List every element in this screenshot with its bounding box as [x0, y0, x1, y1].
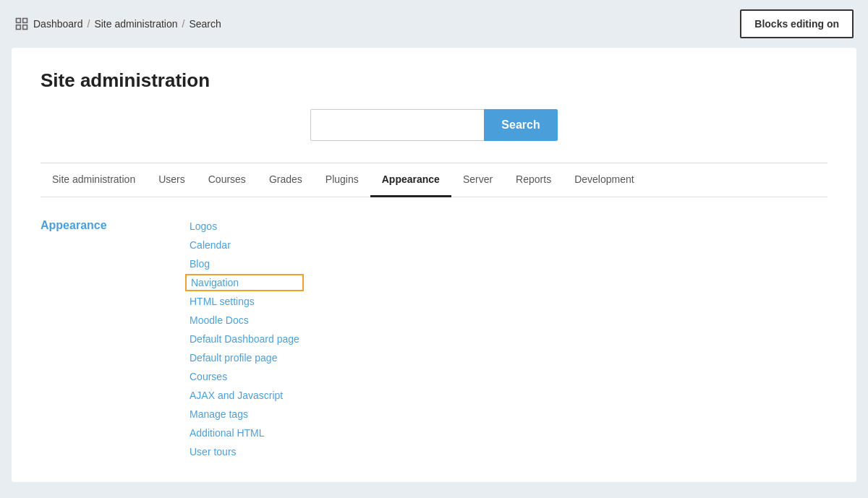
section-links: Logos Calendar Blog Navigation HTML sett…: [185, 218, 304, 460]
tab-reports[interactable]: Reports: [504, 163, 563, 197]
tab-appearance[interactable]: Appearance: [370, 163, 451, 197]
link-calendar[interactable]: Calendar: [185, 236, 304, 254]
tab-plugins[interactable]: Plugins: [314, 163, 370, 197]
link-ajax-javascript[interactable]: AJAX and Javascript: [185, 387, 304, 404]
link-user-tours[interactable]: User tours: [185, 443, 304, 460]
link-moodle-docs[interactable]: Moodle Docs: [185, 312, 304, 329]
svg-rect-0: [17, 19, 21, 23]
tab-development[interactable]: Development: [563, 163, 646, 197]
link-courses[interactable]: Courses: [185, 368, 304, 385]
breadcrumb: Dashboard / Site administration / Search: [14, 17, 221, 31]
breadcrumb-dashboard[interactable]: Dashboard: [33, 18, 83, 30]
svg-rect-3: [23, 25, 27, 30]
blocks-editing-button[interactable]: Blocks editing on: [740, 9, 854, 38]
page-title: Site administration: [41, 69, 827, 92]
tab-site-administration[interactable]: Site administration: [41, 163, 147, 197]
link-logos[interactable]: Logos: [185, 218, 304, 235]
breadcrumb-site-admin[interactable]: Site administration: [94, 18, 177, 30]
svg-rect-2: [17, 25, 21, 30]
tab-users[interactable]: Users: [147, 163, 197, 197]
topbar: Dashboard / Site administration / Search…: [0, 0, 868, 48]
link-navigation[interactable]: Navigation: [185, 274, 304, 291]
dashboard-icon: [14, 17, 29, 31]
breadcrumb-sep-1: /: [88, 18, 90, 30]
tab-server[interactable]: Server: [451, 163, 504, 197]
link-default-dashboard[interactable]: Default Dashboard page: [185, 330, 304, 348]
section-title: Appearance: [41, 218, 156, 460]
content-section: Appearance Logos Calendar Blog Navigatio…: [41, 218, 827, 460]
search-area: Search: [41, 109, 827, 141]
link-blog[interactable]: Blog: [185, 255, 304, 272]
link-manage-tags[interactable]: Manage tags: [185, 405, 304, 423]
tab-courses[interactable]: Courses: [197, 163, 258, 197]
svg-rect-1: [23, 19, 27, 23]
tab-grades[interactable]: Grades: [258, 163, 314, 197]
link-default-profile[interactable]: Default profile page: [185, 349, 304, 366]
search-button[interactable]: Search: [484, 109, 557, 141]
link-html-settings[interactable]: HTML settings: [185, 293, 304, 310]
search-input[interactable]: [310, 109, 484, 141]
nav-tabs: Site administration Users Courses Grades…: [41, 163, 827, 197]
breadcrumb-sep-2: /: [182, 18, 185, 30]
breadcrumb-search: Search: [189, 18, 221, 30]
main-content: Site administration Search Site administ…: [12, 48, 856, 482]
link-additional-html[interactable]: Additional HTML: [185, 424, 304, 442]
